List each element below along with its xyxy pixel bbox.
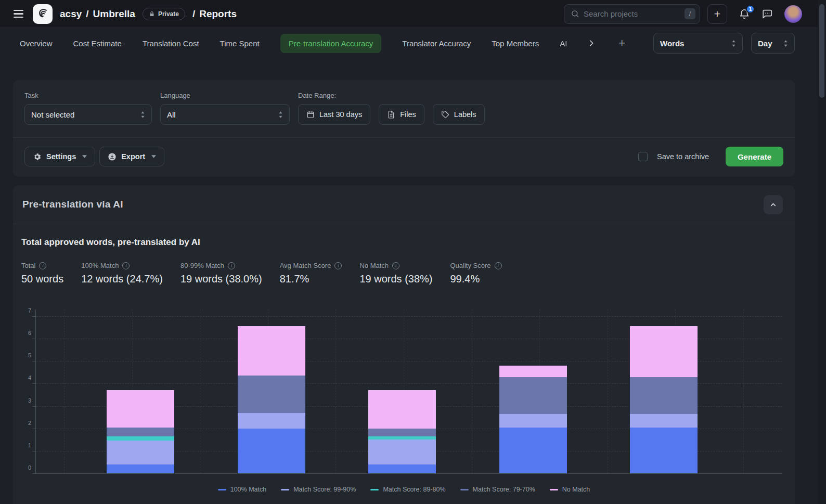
period-select-value: Day	[758, 39, 772, 48]
info-icon[interactable]: i	[495, 262, 502, 269]
bar-segment-no-match[interactable]	[630, 326, 698, 377]
user-avatar[interactable]	[784, 5, 802, 23]
legend-item-no-match[interactable]: No Match	[550, 486, 590, 493]
legend-item-match-score-89-80[interactable]: Match Score: 89-80%	[370, 486, 445, 493]
bar-segment-match-score-79-70[interactable]	[630, 377, 698, 414]
tab-translation-cost[interactable]: Translation Cost	[143, 39, 199, 48]
legend-label: Match Score: 89-80%	[383, 486, 445, 493]
legend-item-100-match[interactable]: 100% Match	[218, 486, 266, 493]
stacked-bar-4[interactable]	[499, 366, 567, 473]
tab-ai[interactable]: AI	[560, 39, 573, 48]
bar-segment-100-match[interactable]	[368, 464, 436, 473]
last-30-days-label: Last 30 days	[319, 110, 362, 119]
bar-segment-no-match[interactable]	[368, 390, 436, 428]
units-select[interactable]: Words	[653, 33, 743, 54]
messages-button[interactable]	[760, 7, 774, 21]
v-gridline	[335, 309, 336, 473]
search-input[interactable]	[584, 9, 680, 18]
stat-label: No Match	[359, 262, 389, 269]
export-button[interactable]: Export	[99, 147, 164, 166]
info-icon[interactable]: i	[392, 262, 399, 269]
bar-segment-match-score-99-90[interactable]	[630, 414, 698, 428]
page-scrollbar-thumb[interactable]	[819, 4, 824, 98]
bar-segment-match-score-89-80[interactable]	[368, 436, 436, 440]
legend-item-match-score-99-90[interactable]: Match Score: 99-90%	[281, 486, 356, 493]
bar-segment-match-score-79-70[interactable]	[368, 429, 436, 436]
search-box[interactable]: /	[564, 4, 700, 24]
chart-legend: 100% MatchMatch Score: 99-90%Match Score…	[21, 486, 786, 493]
generate-button[interactable]: Generate	[726, 147, 783, 166]
bar-segment-100-match[interactable]	[630, 428, 698, 473]
tab-cost-estimate[interactable]: Cost Estimate	[73, 39, 122, 48]
tab-top-members[interactable]: Top Members	[492, 39, 539, 48]
tab-time-spent[interactable]: Time Spent	[220, 39, 260, 48]
info-icon[interactable]: i	[228, 262, 235, 269]
menu-icon[interactable]	[11, 8, 25, 20]
bar-segment-100-match[interactable]	[107, 464, 174, 473]
tabs-scroll-right-button[interactable]	[585, 37, 598, 49]
section-title: Total approved words, pre-translated by …	[21, 237, 786, 248]
stat-avg-match-score: Avg Match Scorei81.7%	[280, 262, 342, 285]
y-tick-label: 6	[20, 330, 31, 336]
save-to-archive-checkbox[interactable]	[638, 152, 648, 161]
legend-item-match-score-79-70[interactable]: Match Score: 79-70%	[460, 486, 535, 493]
language-filter-group: Language All	[160, 92, 290, 125]
stacked-bar-1[interactable]	[107, 390, 174, 473]
bar-segment-match-score-79-70[interactable]	[499, 377, 567, 414]
bar-segment-match-score-99-90[interactable]	[368, 440, 436, 464]
breadcrumb-section[interactable]: Reports	[199, 8, 237, 20]
info-icon[interactable]: i	[334, 262, 342, 269]
bar-segment-match-score-99-90[interactable]	[107, 441, 174, 464]
file-icon	[387, 110, 395, 119]
bar-segment-no-match[interactable]	[238, 326, 305, 376]
task-select[interactable]: Not selected	[24, 104, 152, 125]
stat-no-match: No Matchi19 words (38%)	[359, 262, 432, 285]
stat-label: Quality Score	[450, 262, 491, 269]
add-tab-button[interactable]: +	[615, 35, 628, 51]
stacked-bar-3[interactable]	[368, 390, 436, 473]
stat-80-99-match: 80-99% Matchi19 words (38.0%)	[180, 262, 262, 285]
stat-label: Total	[21, 262, 35, 269]
files-label: Files	[400, 110, 416, 119]
info-icon[interactable]: i	[39, 262, 46, 269]
bar-segment-match-score-99-90[interactable]	[499, 414, 567, 428]
tab-pre-translation-accuracy[interactable]: Pre-translation Accuracy	[280, 34, 382, 53]
bar-segment-no-match[interactable]	[499, 366, 567, 377]
bar-segment-match-score-79-70[interactable]	[107, 428, 174, 436]
pretranslation-report-card: Pre-translation via AI Total approved wo…	[13, 185, 795, 504]
stacked-bar-5[interactable]	[630, 326, 698, 473]
language-select[interactable]: All	[160, 104, 290, 125]
collapse-card-button[interactable]	[764, 195, 783, 214]
bar-segment-no-match[interactable]	[107, 390, 174, 427]
legend-label: Match Score: 99-90%	[293, 486, 356, 493]
bar-segment-100-match[interactable]	[499, 428, 567, 473]
y-tick-label: 4	[20, 374, 31, 381]
tab-translator-accuracy[interactable]: Translator Accuracy	[402, 39, 471, 48]
last-30-days-button[interactable]: Last 30 days	[298, 104, 370, 125]
labels-button[interactable]: Labels	[433, 104, 485, 125]
tab-overview[interactable]: Overview	[20, 39, 53, 48]
chevron-right-icon	[587, 39, 596, 47]
bar-segment-match-score-79-70[interactable]	[238, 376, 305, 412]
breadcrumb-org[interactable]: acsy	[60, 8, 82, 20]
period-select[interactable]: Day	[751, 33, 795, 54]
task-filter-group: Task Not selected	[24, 92, 152, 125]
save-to-archive-label[interactable]: Save to archive	[657, 152, 709, 161]
gear-icon	[33, 152, 42, 161]
info-icon[interactable]: i	[122, 262, 130, 269]
chat-icon	[762, 8, 773, 20]
search-icon	[571, 9, 579, 18]
files-button[interactable]: Files	[379, 104, 424, 125]
bar-segment-match-score-99-90[interactable]	[238, 413, 305, 429]
bar-segment-match-score-89-80[interactable]	[107, 436, 174, 441]
app-logo[interactable]	[33, 4, 53, 24]
bar-segment-100-match[interactable]	[238, 429, 305, 473]
notifications-button[interactable]: 1	[738, 7, 751, 21]
stat-label: 100% Match	[81, 262, 119, 269]
stacked-bar-2[interactable]	[238, 326, 305, 473]
create-project-button[interactable]: +	[707, 4, 727, 24]
page-scrollbar[interactable]	[818, 0, 826, 504]
settings-button[interactable]: Settings	[24, 147, 95, 166]
breadcrumb-project[interactable]: Umbrella	[93, 8, 135, 20]
stat-label: 80-99% Match	[180, 262, 224, 269]
